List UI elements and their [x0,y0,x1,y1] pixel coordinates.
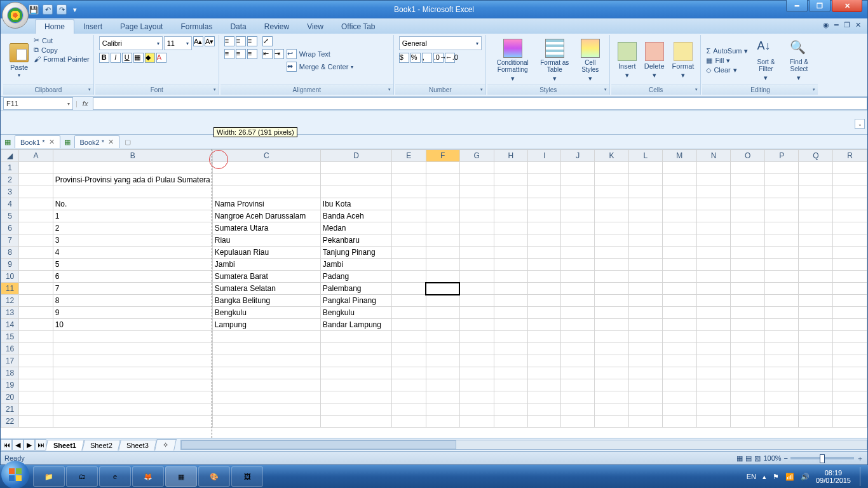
cell-A6[interactable] [19,222,53,234]
cell-R22[interactable] [833,416,867,428]
row-header-3[interactable]: 3 [1,186,19,198]
cell-L14[interactable] [628,319,662,331]
cell-M10[interactable] [662,271,696,283]
help-icon[interactable]: ◉ [823,21,829,29]
cell-N22[interactable] [696,416,731,428]
column-header-L[interactable]: L [628,150,662,162]
cell-B12[interactable]: 8 [53,295,212,307]
cell-P13[interactable] [765,307,799,319]
new-sheet-icon[interactable]: ✧ [154,439,177,451]
cell-Q10[interactable] [799,271,833,283]
cell-G1[interactable] [459,162,494,174]
cell-D4[interactable]: Ibu Kota [320,198,391,210]
percent-button[interactable]: % [410,53,421,63]
cell-B4[interactable]: No. [53,198,212,210]
row-header-4[interactable]: 4 [1,198,19,210]
cell-A16[interactable] [19,343,53,355]
cell-N9[interactable] [696,259,731,271]
office-button[interactable] [2,2,29,29]
cell-I8[interactable] [528,247,561,259]
cell-E16[interactable] [392,343,426,355]
cell-C5[interactable]: Nangroe Aceh Darussalam [212,210,320,222]
cell-K12[interactable] [595,295,628,307]
cell-B17[interactable] [53,355,212,367]
cell-A18[interactable] [19,367,53,379]
tab-data[interactable]: Data [221,20,255,34]
cell-K1[interactable] [595,162,628,174]
cell-N16[interactable] [696,343,731,355]
cell-D17[interactable] [320,355,391,367]
cell-G22[interactable] [459,416,494,428]
cell-O2[interactable] [731,174,765,186]
cell-F9[interactable] [426,259,459,271]
cell-C8[interactable]: Kepulauan Riau [212,247,320,259]
cell-A8[interactable] [19,247,53,259]
cell-B8[interactable]: 4 [53,247,212,259]
cell-L1[interactable] [628,162,662,174]
row-header-16[interactable]: 16 [1,343,19,355]
cell-F15[interactable] [426,331,459,343]
row-header-17[interactable]: 17 [1,355,19,367]
cell-C2[interactable] [212,174,320,186]
cell-K21[interactable] [595,403,628,416]
cell-K13[interactable] [595,307,628,319]
cell-G17[interactable] [459,355,494,367]
cell-O4[interactable] [731,198,765,210]
cell-O19[interactable] [731,379,765,391]
cell-N12[interactable] [696,295,731,307]
cell-K3[interactable] [595,186,628,198]
cell-R13[interactable] [833,307,867,319]
cell-K9[interactable] [595,259,628,271]
column-header-P[interactable]: P [765,150,799,162]
cell-H5[interactable] [494,210,528,222]
cell-Q4[interactable] [799,198,833,210]
cell-P12[interactable] [765,295,799,307]
cell-O14[interactable] [731,319,765,331]
cell-M1[interactable] [662,162,696,174]
cell-F11[interactable] [426,283,459,295]
cell-D16[interactable] [320,343,391,355]
sheet-tab-sheet2[interactable]: Sheet2 [82,440,120,451]
cell-Q20[interactable] [799,391,833,403]
row-header-20[interactable]: 20 [1,391,19,403]
ribbon-restore-icon[interactable]: ❐ [844,21,850,29]
cell-A11[interactable] [19,283,53,295]
cell-N10[interactable] [696,271,731,283]
cell-B20[interactable] [53,391,212,403]
cell-D15[interactable] [320,331,391,343]
cell-I10[interactable] [528,271,561,283]
cell-J10[interactable] [561,271,595,283]
tab-page-layout[interactable]: Page Layout [111,20,172,34]
cell-I16[interactable] [528,343,561,355]
cell-G14[interactable] [459,319,494,331]
cell-L13[interactable] [628,307,662,319]
tray-network-icon[interactable]: 📶 [785,473,794,481]
cell-O7[interactable] [731,234,765,247]
cell-G20[interactable] [459,391,494,403]
tab-formulas[interactable]: Formulas [172,20,221,34]
tab-insert[interactable]: Insert [74,20,111,34]
cell-P1[interactable] [765,162,799,174]
cell-H6[interactable] [494,222,528,234]
cell-P6[interactable] [765,222,799,234]
font-family-combo[interactable]: Calibri▾ [99,36,163,50]
cell-C1[interactable] [212,162,320,174]
taskbar-item-explorer[interactable]: 🗂 [66,466,98,487]
taskbar-item-paint[interactable]: 🎨 [198,466,230,487]
cell-Q5[interactable] [799,210,833,222]
cell-Q18[interactable] [799,367,833,379]
cell-B2[interactable]: Provinsi-Provinsi yang ada di Pulau Suma… [53,174,212,186]
cell-P5[interactable] [765,210,799,222]
column-header-Q[interactable]: Q [799,150,833,162]
column-header-F[interactable]: F [426,150,459,162]
cell-N19[interactable] [696,379,731,391]
delete-cells-button[interactable]: Delete▾ [642,36,667,85]
cell-E15[interactable] [392,331,426,343]
cell-J9[interactable] [561,259,595,271]
tab-home[interactable]: Home [35,19,74,34]
cell-F10[interactable] [426,271,459,283]
align-right-button[interactable]: ≡ [247,49,257,59]
row-header-7[interactable]: 7 [1,234,19,247]
cell-B3[interactable] [53,186,212,198]
cell-H12[interactable] [494,295,528,307]
